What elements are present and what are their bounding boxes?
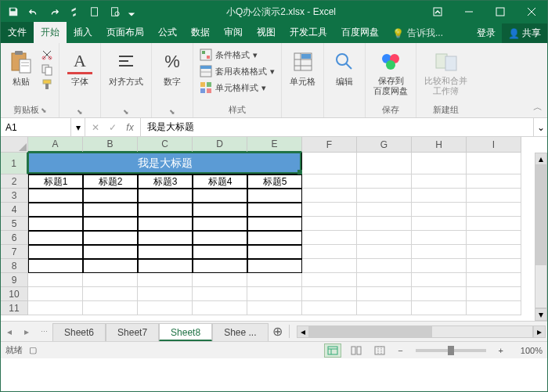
tab-formulas[interactable]: 公式 <box>151 22 184 43</box>
tab-insert[interactable]: 插入 <box>67 22 99 43</box>
align-dialog-icon[interactable]: ⬊ <box>123 108 129 116</box>
cut-icon[interactable] <box>40 48 54 62</box>
grid-cell[interactable] <box>412 301 467 315</box>
copy-icon[interactable] <box>40 63 54 77</box>
table-format-button[interactable]: 套用表格格式 ▾ <box>198 64 276 78</box>
col-header-H[interactable]: H <box>412 137 467 153</box>
col-header-E[interactable]: E <box>247 137 302 153</box>
normal-view-icon[interactable] <box>324 343 341 358</box>
grid-cell[interactable] <box>302 153 357 174</box>
grid-cell[interactable] <box>412 259 467 273</box>
table-cell[interactable] <box>247 259 302 273</box>
tab-baidu[interactable]: 百度网盘 <box>334 22 386 43</box>
grid-cell[interactable] <box>357 174 412 189</box>
grid-cell[interactable] <box>467 203 521 217</box>
cell-area[interactable]: 我是大标题标题1标题2标题3标题4标题5 <box>28 153 547 321</box>
sheet-nav-next-icon[interactable]: ▸ <box>18 322 35 341</box>
table-cell[interactable] <box>28 203 83 217</box>
subheader-cell[interactable]: 标题1 <box>28 174 83 189</box>
grid-cell[interactable] <box>302 217 357 231</box>
table-cell[interactable] <box>28 245 83 259</box>
tab-data[interactable]: 数据 <box>184 22 217 43</box>
tab-view[interactable]: 视图 <box>250 22 283 43</box>
col-header-C[interactable]: C <box>138 137 193 153</box>
grid-cell[interactable] <box>467 153 521 174</box>
grid-cell[interactable] <box>247 301 302 315</box>
name-box-chevron-icon[interactable]: ▾ <box>71 118 85 136</box>
grid-cell[interactable] <box>412 174 467 189</box>
grid-cell[interactable] <box>28 273 83 287</box>
name-box[interactable]: A1 <box>1 118 71 136</box>
grid-cell[interactable] <box>357 259 412 273</box>
formula-input[interactable]: 我是大标题 <box>141 118 533 136</box>
col-header-B[interactable]: B <box>83 137 138 153</box>
row-header-2[interactable]: 2 <box>1 174 28 189</box>
save-icon[interactable] <box>4 2 23 21</box>
table-cell[interactable] <box>247 245 302 259</box>
table-cell[interactable] <box>193 245 247 259</box>
conditional-format-button[interactable]: 条件格式 ▾ <box>198 48 276 62</box>
grid-cell[interactable] <box>302 287 357 301</box>
fx-icon[interactable]: fx <box>121 122 139 133</box>
add-sheet-icon[interactable]: ⊕ <box>269 322 287 341</box>
qat-customize-icon[interactable] <box>126 2 137 21</box>
ribbon-options-icon[interactable] <box>422 1 453 23</box>
page-layout-view-icon[interactable] <box>348 343 365 358</box>
row-header-6[interactable]: 6 <box>1 231 28 245</box>
row-header-4[interactable]: 4 <box>1 203 28 217</box>
login-link[interactable]: 登录 <box>470 23 502 43</box>
share-button[interactable]: 👤共享 <box>502 23 547 43</box>
grid-cell[interactable] <box>302 174 357 189</box>
table-cell[interactable] <box>138 259 193 273</box>
grid-cell[interactable] <box>302 259 357 273</box>
editing-button[interactable]: 编辑 <box>329 48 360 89</box>
grid-cell[interactable] <box>302 273 357 287</box>
close-icon[interactable] <box>516 1 547 23</box>
grid-cell[interactable] <box>302 231 357 245</box>
scroll-left-icon[interactable]: ◂ <box>297 325 309 338</box>
sheet-tab-7[interactable]: Sheet7 <box>106 323 159 341</box>
row-header-5[interactable]: 5 <box>1 217 28 231</box>
grid-cell[interactable] <box>412 189 467 203</box>
hscroll-thumb[interactable] <box>310 326 432 337</box>
grid-cell[interactable] <box>412 203 467 217</box>
table-cell[interactable] <box>138 231 193 245</box>
col-header-D[interactable]: D <box>193 137 247 153</box>
save-baidu-button[interactable]: 保存到 百度网盘 <box>370 48 411 98</box>
grid-cell[interactable] <box>412 217 467 231</box>
row-header-10[interactable]: 10 <box>1 287 28 301</box>
print-preview-icon[interactable] <box>106 2 124 21</box>
expand-formula-icon[interactable]: ⌄ <box>533 118 547 136</box>
table-cell[interactable] <box>247 203 302 217</box>
grid-cell[interactable] <box>28 301 83 315</box>
grid-cell[interactable] <box>302 203 357 217</box>
sheet-tab-8[interactable]: Sheet8 <box>159 323 212 341</box>
grid-cell[interactable] <box>193 287 247 301</box>
row-header-1[interactable]: 1 <box>1 153 28 174</box>
table-cell[interactable] <box>193 189 247 203</box>
row-header-11[interactable]: 11 <box>1 301 28 315</box>
tab-dev[interactable]: 开发工具 <box>283 22 334 43</box>
zoom-slider[interactable] <box>416 349 486 352</box>
font-dialog-icon[interactable]: ⬊ <box>77 108 83 116</box>
scroll-up-icon[interactable]: ▴ <box>535 153 547 165</box>
scroll-right-icon[interactable]: ▸ <box>533 325 546 338</box>
table-cell[interactable] <box>83 245 138 259</box>
grid-cell[interactable] <box>467 259 521 273</box>
grid-cell[interactable] <box>193 301 247 315</box>
subheader-cell[interactable]: 标题3 <box>138 174 193 189</box>
cancel-formula-icon[interactable]: ✕ <box>87 118 104 136</box>
scroll-down-icon[interactable]: ▾ <box>535 308 547 321</box>
grid-cell[interactable] <box>28 287 83 301</box>
grid-cell[interactable] <box>247 273 302 287</box>
grid-cell[interactable] <box>83 301 138 315</box>
grid-cell[interactable] <box>467 301 521 315</box>
table-cell[interactable] <box>247 217 302 231</box>
tab-home[interactable]: 开始 <box>34 22 67 43</box>
collapse-ribbon-icon[interactable]: ︿ <box>533 101 543 114</box>
col-header-A[interactable]: A <box>28 137 83 153</box>
clipboard-dialog-icon[interactable]: ⬊ <box>41 106 47 114</box>
grid-cell[interactable] <box>83 287 138 301</box>
grid-cell[interactable] <box>467 189 521 203</box>
table-cell[interactable] <box>83 217 138 231</box>
